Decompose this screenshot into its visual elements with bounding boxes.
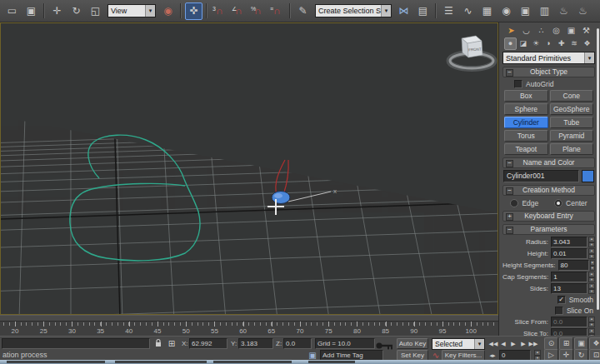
- next-frame-button[interactable]: ▶: [518, 338, 528, 349]
- snap-toggle-3d-icon[interactable]: ∩3: [211, 2, 228, 20]
- subcategory-dropdown[interactable]: Standard Primitives ▾: [502, 52, 595, 64]
- select-and-manipulate-icon[interactable]: ✜: [185, 2, 202, 20]
- spinner-arrows[interactable]: ▲▼: [588, 237, 595, 247]
- pyramid-button[interactable]: Pyramid: [550, 130, 594, 142]
- autogrid-checkbox[interactable]: [514, 80, 522, 88]
- slice-on-checkbox[interactable]: [555, 307, 563, 315]
- panel-scrollbar[interactable]: [597, 28, 599, 310]
- smooth-checkbox[interactable]: [558, 296, 566, 304]
- named-selection-set-dropdown[interactable]: Create Selection Se▾: [315, 4, 392, 17]
- name-color-rollout[interactable]: − Name and Color: [502, 157, 595, 168]
- creation-method-center[interactable]: Center: [554, 199, 588, 207]
- mirror-icon[interactable]: ⋈: [395, 2, 412, 20]
- object-name-field[interactable]: Cylinder001: [503, 170, 579, 182]
- render-production-icon[interactable]: ♨: [555, 2, 572, 20]
- percent-snap-icon[interactable]: ∩%: [249, 2, 267, 20]
- angle-snap-icon[interactable]: ∩∠: [230, 2, 248, 20]
- radio-icon[interactable]: [554, 199, 562, 207]
- object-color-swatch[interactable]: [582, 170, 594, 182]
- box-button[interactable]: Box: [504, 90, 548, 102]
- render-setup-icon[interactable]: ▣: [517, 2, 534, 20]
- align-icon[interactable]: ▤: [414, 2, 432, 20]
- collapse-icon[interactable]: −: [506, 69, 513, 77]
- param-field[interactable]: 1: [551, 272, 588, 282]
- chevron-down-icon[interactable]: ▾: [145, 5, 155, 17]
- windows-taskbar[interactable]: [0, 360, 600, 364]
- taskbar-button[interactable]: [7, 361, 105, 363]
- select-region-rect-icon[interactable]: ▭: [3, 2, 21, 20]
- spinner-arrows[interactable]: ▲▼: [588, 283, 595, 294]
- cone-button[interactable]: Cone: [550, 90, 594, 102]
- zoom-extents-icon[interactable]: ▣: [574, 337, 588, 350]
- param-field[interactable]: 0.01: [551, 248, 588, 259]
- radio-icon[interactable]: [510, 199, 518, 207]
- tab-utilities[interactable]: ⚒: [579, 24, 593, 37]
- tab-create[interactable]: ➤: [504, 24, 518, 37]
- zoom-icon[interactable]: ⊙: [544, 337, 558, 350]
- layer-manager-icon[interactable]: ☰: [440, 2, 458, 20]
- chevron-down-icon[interactable]: ▾: [584, 52, 594, 63]
- time-slider-track[interactable]: [0, 316, 498, 322]
- zoom-all-icon[interactable]: ⊞: [559, 337, 573, 350]
- x-coord-field[interactable]: 62.992: [189, 338, 228, 349]
- collapse-icon[interactable]: −: [506, 187, 513, 195]
- perspective-viewport[interactable]: xFRONT: [0, 22, 498, 315]
- chevron-down-icon[interactable]: ▾: [474, 339, 484, 349]
- category-cameras-icon[interactable]: ◗: [542, 37, 555, 50]
- absolute-mode-icon[interactable]: ⊞: [166, 338, 178, 349]
- play-button[interactable]: ▶: [508, 338, 518, 349]
- geosphere-button[interactable]: GeoSphere: [550, 103, 594, 115]
- chevron-down-icon[interactable]: ▾: [381, 5, 391, 17]
- tube-button[interactable]: Tube: [550, 117, 594, 128]
- lock-selection-icon[interactable]: [152, 338, 164, 349]
- material-editor-icon[interactable]: ◉: [498, 2, 515, 20]
- taskbar-button[interactable]: [213, 361, 292, 363]
- track-bar[interactable]: 20253035404550556065707580859095100: [0, 315, 498, 336]
- creation-method-edge[interactable]: Edge: [510, 199, 538, 207]
- collapse-icon[interactable]: −: [506, 160, 513, 167]
- category-lights-icon[interactable]: ☀: [530, 37, 542, 50]
- previous-frame-button[interactable]: ◀: [498, 338, 508, 349]
- param-field[interactable]: 13: [551, 283, 588, 294]
- select-scale-icon[interactable]: ◱: [87, 2, 104, 20]
- go-to-start-button[interactable]: ◀◀: [488, 338, 498, 349]
- y-coord-field[interactable]: 3.183: [238, 338, 273, 349]
- go-to-end-button[interactable]: ▶▶: [528, 338, 538, 349]
- category-geometry-icon[interactable]: ●: [504, 37, 517, 50]
- sphere-button[interactable]: Sphere: [504, 103, 548, 115]
- teapot-button[interactable]: Teapot: [504, 143, 548, 155]
- selection-filter-dropdown[interactable]: Selected ▾: [432, 338, 485, 350]
- param-field[interactable]: 0.0: [551, 317, 588, 327]
- param-field[interactable]: 80: [558, 260, 589, 271]
- object-type-rollout[interactable]: − Object Type: [502, 67, 595, 77]
- plane-button[interactable]: Plane: [550, 143, 594, 155]
- spinner-snap-icon[interactable]: ∩≡: [268, 2, 286, 20]
- select-region-window-icon[interactable]: ▣: [22, 2, 40, 20]
- reference-coordinate-dropdown[interactable]: View▾: [108, 4, 156, 17]
- curve-editor-icon[interactable]: ∿: [459, 2, 477, 20]
- creation-method-rollout[interactable]: − Creation Method: [502, 185, 595, 196]
- select-move-icon[interactable]: ✛: [48, 2, 66, 20]
- tab-display[interactable]: ▣: [564, 24, 578, 37]
- param-field[interactable]: 3.043: [551, 237, 588, 247]
- parameters-rollout[interactable]: − Parameters: [502, 224, 595, 235]
- category-systems-icon[interactable]: ❖: [581, 37, 593, 50]
- z-coord-field[interactable]: 0.0: [283, 338, 312, 349]
- rendered-frame-icon[interactable]: ▥: [536, 2, 553, 20]
- collapse-icon[interactable]: −: [506, 227, 513, 234]
- tab-motion[interactable]: ◎: [549, 24, 563, 37]
- category-helpers-icon[interactable]: ✚: [555, 37, 568, 50]
- spinner-arrows[interactable]: ▲▼: [588, 272, 595, 282]
- category-space-warps-icon[interactable]: ≋: [568, 37, 581, 50]
- select-rotate-icon[interactable]: ↻: [68, 2, 85, 20]
- use-pivot-center-icon[interactable]: ◉: [159, 2, 177, 20]
- auto-key-button[interactable]: Auto Key: [397, 338, 428, 349]
- taskbar-button[interactable]: [115, 361, 207, 363]
- edit-named-selection-sets-icon[interactable]: ✎: [294, 2, 312, 20]
- torus-button[interactable]: Torus: [504, 130, 548, 142]
- spinner-arrows[interactable]: ▲▼: [588, 317, 595, 327]
- category-shapes-icon[interactable]: ◪: [517, 37, 529, 50]
- tab-modify[interactable]: ◡: [519, 24, 533, 37]
- zoom-extents-all-icon[interactable]: ❖: [589, 337, 600, 350]
- keyboard-entry-rollout[interactable]: + Keyboard Entry: [502, 211, 595, 222]
